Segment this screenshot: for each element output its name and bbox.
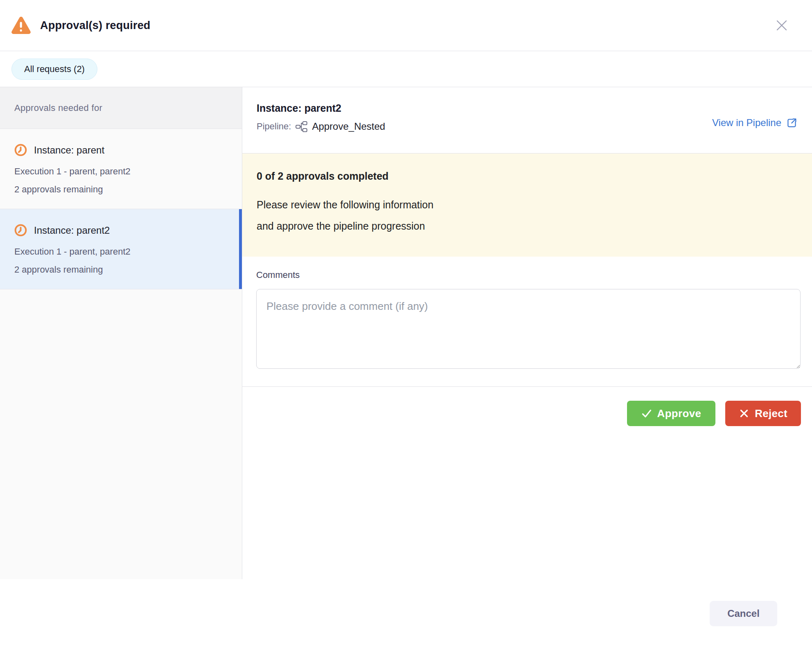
comments-section: Comments [242, 257, 812, 369]
request-tabs-row: All requests (2) [0, 51, 812, 87]
banner-message-line1: Please review the following information [257, 194, 797, 215]
approval-item-execution: Execution 1 - parent, parent2 [14, 246, 228, 257]
approval-modal: Approval(s) required All requests (2) Ap… [0, 0, 812, 650]
banner-title: 0 of 2 approvals completed [257, 170, 797, 182]
comment-input[interactable] [256, 289, 801, 369]
comments-label: Comments [256, 270, 801, 280]
tab-all-requests-label: All requests (2) [24, 64, 85, 74]
cancel-button[interactable]: Cancel [710, 601, 777, 626]
pipeline-name: Approve_Nested [312, 121, 385, 132]
approval-item-title-row: Instance: parent2 [14, 224, 228, 237]
sidebar-heading: Approvals needed for [0, 87, 242, 129]
view-in-pipeline-label: View in Pipeline [712, 117, 781, 129]
approval-item-title-row: Instance: parent [14, 144, 228, 156]
view-in-pipeline-link[interactable]: View in Pipeline [712, 117, 797, 129]
approval-item-execution: Execution 1 - parent, parent2 [14, 166, 228, 177]
external-link-icon [786, 117, 797, 129]
action-buttons: Approve Reject [242, 387, 812, 426]
reject-button-label: Reject [755, 407, 787, 420]
approval-status-banner: 0 of 2 approvals completed Please review… [242, 153, 812, 257]
detail-instance-title: Instance: parent2 [257, 102, 797, 114]
banner-message: Please review the following information … [257, 194, 797, 237]
modal-title: Approval(s) required [40, 19, 151, 32]
approve-button[interactable]: Approve [627, 401, 716, 426]
modal-footer: Cancel [0, 579, 812, 650]
clock-pending-icon [14, 144, 27, 156]
detail-header: Instance: parent2 Pipeline: Approve_Nest… [242, 87, 812, 153]
banner-message-line2: and approve the pipeline progression [257, 215, 797, 237]
approval-item-remaining: 2 approvals remaining [14, 264, 228, 275]
checkmark-icon [641, 408, 652, 419]
modal-header: Approval(s) required [0, 0, 812, 51]
approval-item-remaining: 2 approvals remaining [14, 184, 228, 195]
cross-icon [739, 408, 749, 419]
approval-detail-panel: Instance: parent2 Pipeline: Approve_Nest… [242, 87, 812, 579]
approvals-sidebar: Approvals needed for Instance: parent Ex… [0, 87, 242, 579]
clock-pending-icon [14, 224, 27, 237]
approval-item-parent2[interactable]: Instance: parent2 Execution 1 - parent, … [0, 209, 242, 289]
pipeline-stages-icon [295, 121, 307, 132]
approval-item-parent[interactable]: Instance: parent Execution 1 - parent, p… [0, 129, 242, 209]
approval-item-title: Instance: parent [34, 144, 104, 156]
approve-button-label: Approve [657, 407, 701, 420]
tab-all-requests[interactable]: All requests (2) [11, 59, 97, 80]
reject-button[interactable]: Reject [725, 401, 801, 426]
close-button[interactable] [774, 17, 790, 34]
pipeline-label: Pipeline: [257, 121, 291, 132]
close-icon [775, 18, 789, 32]
modal-content: Approvals needed for Instance: parent Ex… [0, 87, 812, 579]
approval-item-title: Instance: parent2 [34, 225, 110, 236]
warning-triangle-icon [11, 16, 31, 35]
